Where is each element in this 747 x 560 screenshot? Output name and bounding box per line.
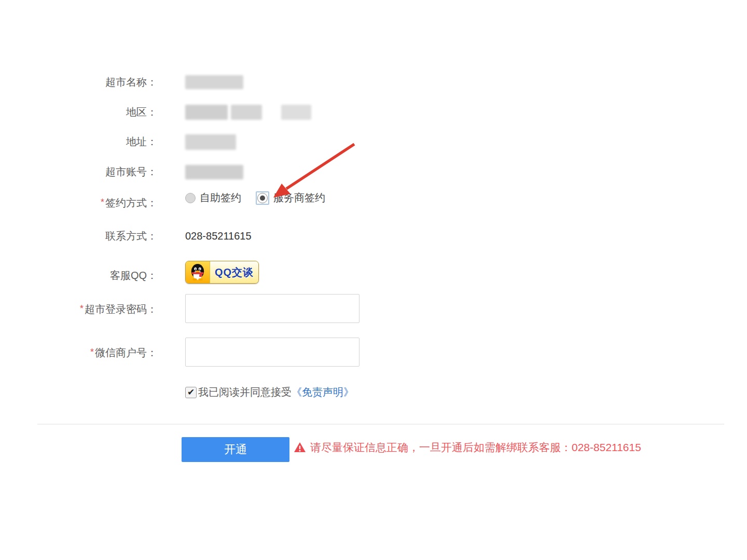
region-value xyxy=(185,105,311,120)
redacted-value xyxy=(185,105,228,120)
address-label-text: 地址： xyxy=(126,136,157,147)
required-asterisk: * xyxy=(80,303,84,314)
qq-label-text: 客服QQ： xyxy=(110,270,157,281)
account-label-text: 超市账号： xyxy=(105,166,157,177)
qq-label: 客服QQ： xyxy=(0,268,157,283)
disclaimer-link[interactable]: 《免责声明》 xyxy=(292,385,354,399)
sign-method-label-text: 签约方式： xyxy=(105,197,157,208)
supermarket-name-label-text: 超市名称： xyxy=(105,76,157,88)
warning-triangle-icon xyxy=(294,441,306,454)
wechat-merchant-input[interactable] xyxy=(185,338,359,367)
redacted-value xyxy=(231,105,262,120)
qq-button-label-area[interactable]: QQ交谈 xyxy=(210,261,258,283)
region-label: 地区： xyxy=(0,105,157,119)
radio-selected-focus-ring[interactable] xyxy=(256,191,269,205)
warning-message: 请尽量保证信息正确，一旦开通后如需解绑联系客服：028-85211615 xyxy=(294,440,641,455)
redacted-value xyxy=(185,165,243,179)
account-label: 超市账号： xyxy=(0,164,157,179)
contact-value: 028-85211615 xyxy=(185,229,252,243)
supermarket-name-value xyxy=(185,75,243,89)
activate-button[interactable]: 开通 xyxy=(182,437,289,462)
supermarket-name-label: 超市名称： xyxy=(0,75,157,89)
login-password-label-text: 超市登录密码： xyxy=(85,303,157,315)
open-supermarket-form-page: 超市名称： 地区： 地址： 超市账号： xyxy=(0,0,747,560)
login-password-label: *超市登录密码： xyxy=(0,301,157,316)
contact-label-text: 联系方式： xyxy=(105,230,157,242)
radio-self-sign[interactable]: 自助签约 xyxy=(185,191,241,205)
account-value xyxy=(185,165,243,179)
login-password-input[interactable] xyxy=(185,294,359,323)
address-value xyxy=(185,134,236,150)
agreement-area: ✔ 我已阅读并同意接受 《免责声明》 xyxy=(185,385,354,399)
agreement-checkbox[interactable]: ✔ xyxy=(185,387,197,398)
radio-selected-icon[interactable] xyxy=(257,193,268,203)
section-divider xyxy=(37,424,724,425)
warning-text: 请尽量保证信息正确，一旦开通后如需解绑联系客服：028-85211615 xyxy=(310,440,641,455)
required-asterisk: * xyxy=(90,347,94,357)
radio-provider-sign-label[interactable]: 服务商签约 xyxy=(273,191,325,205)
contact-phone-number: 028-85211615 xyxy=(185,230,252,242)
radio-provider-sign[interactable]: 服务商签约 xyxy=(256,191,325,205)
contact-label: 联系方式： xyxy=(0,229,157,243)
wechat-merchant-label-text: 微信商户号： xyxy=(95,347,157,358)
address-label: 地址： xyxy=(0,134,157,149)
required-asterisk: * xyxy=(101,197,104,207)
radio-self-sign-label[interactable]: 自助签约 xyxy=(200,191,241,205)
redacted-value xyxy=(281,105,311,120)
redacted-value xyxy=(185,134,236,150)
sign-method-options: 自助签约 服务商签约 xyxy=(185,191,325,205)
qq-penguin-icon xyxy=(186,261,210,283)
qq-chat-button[interactable]: QQ交谈 xyxy=(185,261,259,284)
qq-value: QQ交谈 xyxy=(185,261,259,284)
agreement-text: 我已阅读并同意接受 xyxy=(198,385,292,399)
checkmark-icon: ✔ xyxy=(187,387,195,398)
radio-unselected-icon[interactable] xyxy=(185,193,196,203)
wechat-merchant-label: *微信商户号： xyxy=(0,345,157,360)
redacted-value xyxy=(185,75,243,89)
qq-button-label[interactable]: QQ交谈 xyxy=(215,265,254,279)
sign-method-label: *签约方式： xyxy=(0,195,157,210)
region-label-text: 地区： xyxy=(126,106,157,118)
